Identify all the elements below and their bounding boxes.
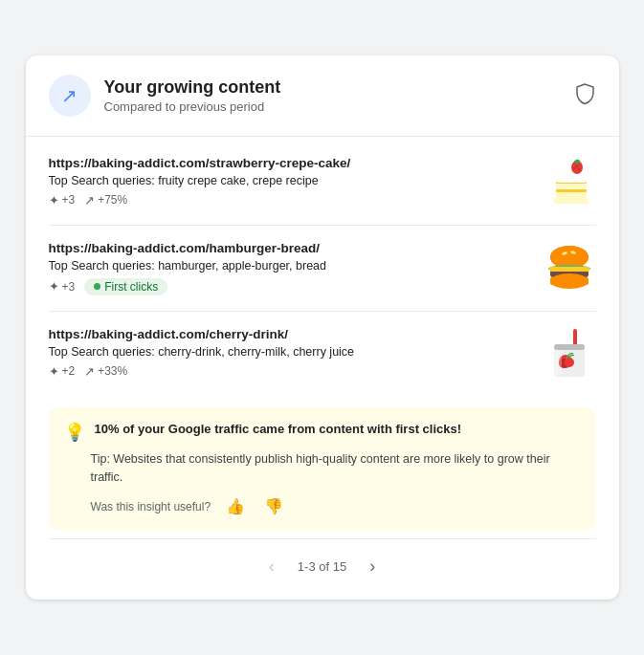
items-list: https://baking-addict.com/strawberry-cre… (49, 141, 596, 396)
svg-rect-19 (550, 277, 588, 285)
item-stats: ✦ +2 ↗ +33% (49, 364, 531, 379)
item-url[interactable]: https://baking-addict.com/cherry-drink/ (49, 327, 531, 341)
growth-value: +75% (98, 193, 127, 207)
clicks-stat: ✦ +3 (49, 193, 76, 207)
thumbs-up-button[interactable]: 👍 (222, 495, 249, 517)
item-stats: ✦ +3 First clicks (49, 278, 531, 295)
clicks-value: +3 (62, 193, 76, 207)
queries-values: fruity crepe cake, crepe recipe (158, 174, 318, 187)
growth-stat: ↗ +33% (84, 364, 127, 379)
header-divider (26, 136, 619, 137)
thumbs-down-button[interactable]: 👎 (260, 495, 287, 517)
queries-values: hamburger, apple-burger, bread (158, 259, 326, 273)
trending-up-icon: ↗ (61, 84, 78, 107)
item-image-cake (543, 156, 596, 209)
header-left: ↗ Your growing content Compared to previ… (49, 75, 281, 117)
card-subtitle: Compared to previous period (104, 99, 281, 114)
pagination: ‹ 1-3 of 15 › (49, 538, 596, 584)
first-clicks-label: First clicks (104, 280, 158, 294)
insight-header: 💡 10% of your Google traffic came from c… (64, 421, 581, 443)
sparkle-icon: ✦ (49, 193, 59, 207)
trend-icon-circle: ↗ (49, 75, 91, 117)
sparkle-icon: ✦ (49, 279, 59, 294)
page-info: 1-3 of 15 (298, 559, 346, 574)
svg-rect-8 (556, 189, 587, 192)
main-card: ↗ Your growing content Compared to previ… (26, 55, 619, 600)
clicks-value: +2 (62, 364, 76, 378)
bulb-icon: 💡 (64, 422, 85, 443)
item-details: https://baking-addict.com/strawberry-cre… (49, 156, 531, 207)
card-title: Your growing content (104, 77, 281, 98)
list-item: https://baking-addict.com/hamburger-brea… (49, 226, 596, 312)
card-header: ↗ Your growing content Compared to previ… (49, 75, 596, 117)
insight-main-text: 10% of your Google traffic came from con… (95, 421, 462, 438)
first-clicks-badge: First clicks (84, 278, 167, 295)
queries-label: Top Search queries: (49, 174, 155, 187)
feedback-label: Was this insight useful? (91, 500, 211, 513)
queries-label: Top Search queries: (49, 345, 155, 359)
arrow-up-icon: ↗ (84, 193, 95, 207)
svg-rect-9 (554, 198, 588, 204)
growth-stat: ↗ +75% (84, 193, 127, 207)
svg-point-2 (573, 167, 575, 169)
item-url[interactable]: https://baking-addict.com/strawberry-cre… (49, 156, 531, 170)
arrow-up-icon: ↗ (84, 364, 95, 379)
item-queries: Top Search queries: cherry-drink, cherry… (49, 345, 531, 359)
chevron-right-icon: › (369, 557, 375, 577)
shield-icon[interactable] (573, 82, 596, 109)
queries-label: Top Search queries: (49, 259, 155, 273)
svg-rect-17 (549, 267, 589, 272)
item-queries: Top Search queries: hamburger, apple-bur… (49, 259, 531, 273)
header-text: Your growing content Compared to previou… (104, 77, 281, 114)
list-item: https://baking-addict.com/strawberry-cre… (49, 141, 596, 226)
previous-page-button[interactable]: ‹ (261, 553, 282, 580)
clicks-value: +3 (62, 280, 76, 294)
growth-value: +33% (98, 364, 127, 378)
item-image-cherry-drink (543, 327, 596, 381)
chevron-left-icon: ‹ (269, 557, 275, 577)
clicks-stat: ✦ +3 (49, 279, 76, 294)
item-stats: ✦ +3 ↗ +75% (49, 193, 531, 207)
item-image-burger (543, 241, 596, 295)
svg-point-26 (565, 358, 574, 367)
svg-rect-28 (554, 344, 585, 350)
list-item: https://baking-addict.com/cherry-drink/ … (49, 312, 596, 396)
item-details: https://baking-addict.com/hamburger-brea… (49, 241, 531, 295)
svg-point-3 (578, 168, 580, 170)
insight-box: 💡 10% of your Google traffic came from c… (49, 407, 596, 532)
queries-values: cherry-drink, cherry-milk, cherry juice (158, 345, 354, 359)
insight-footer: Was this insight useful? 👍 👎 (91, 495, 581, 517)
item-details: https://baking-addict.com/cherry-drink/ … (49, 327, 531, 379)
insight-tip-text: Tip: Websites that consistently publish … (91, 450, 581, 487)
item-url[interactable]: https://baking-addict.com/hamburger-brea… (49, 241, 531, 255)
svg-rect-10 (556, 179, 587, 183)
next-page-button[interactable]: › (362, 553, 383, 580)
sparkle-icon: ✦ (49, 364, 59, 379)
svg-point-1 (575, 165, 577, 167)
item-queries: Top Search queries: fruity crepe cake, c… (49, 174, 531, 187)
first-clicks-dot (94, 283, 100, 290)
clicks-stat: ✦ +2 (49, 364, 76, 379)
